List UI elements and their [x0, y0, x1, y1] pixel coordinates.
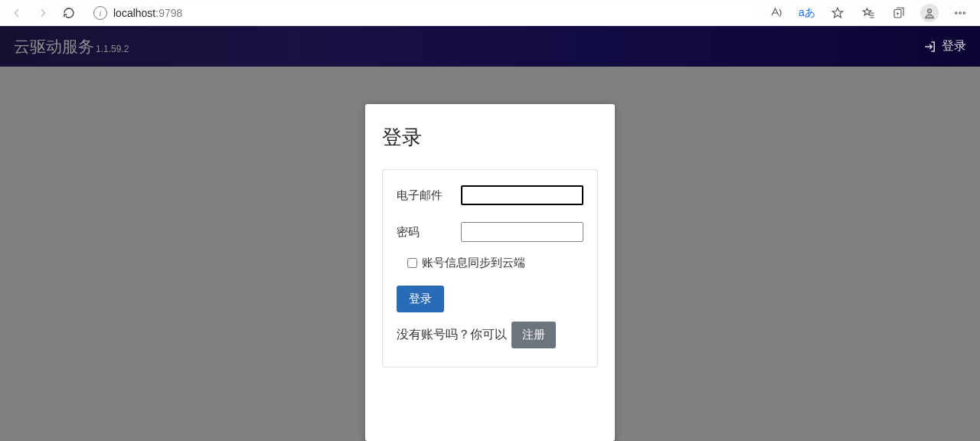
- svg-point-2: [956, 11, 957, 13]
- address-bar[interactable]: i localhost:9798: [87, 2, 755, 24]
- sync-row: 账号信息同步到云端: [407, 256, 583, 270]
- forward-button[interactable]: [31, 2, 55, 24]
- toolbar-right: aあ: [761, 2, 975, 24]
- login-form: 电子邮件 密码 账号信息同步到云端 登录 没有账号吗？你可以 注册: [382, 169, 598, 368]
- refresh-button[interactable]: [57, 2, 81, 24]
- login-card: 登录 电子邮件 密码 账号信息同步到云端 登录 没有账号吗？你可以 注册: [365, 104, 615, 441]
- collections-icon[interactable]: [884, 2, 914, 24]
- url-host: localhost: [113, 7, 155, 19]
- register-button[interactable]: 注册: [511, 322, 556, 348]
- url-port: :9798: [155, 7, 182, 19]
- favorites-star-icon[interactable]: [822, 2, 853, 24]
- password-field[interactable]: [461, 222, 583, 242]
- browser-toolbar: i localhost:9798 aあ: [0, 0, 980, 26]
- page-body: 登录 电子邮件 密码 账号信息同步到云端 登录 没有账号吗？你可以 注册: [0, 67, 980, 441]
- app-title: 云驱动服务 1.1.59.2: [14, 36, 129, 57]
- password-label: 密码: [397, 225, 420, 240]
- sync-label: 账号信息同步到云端: [422, 256, 525, 270]
- translate-label: aあ: [799, 6, 815, 20]
- site-info-icon[interactable]: i: [93, 6, 107, 20]
- profile-avatar[interactable]: [914, 2, 945, 24]
- app-version: 1.1.59.2: [96, 44, 129, 54]
- read-aloud-icon[interactable]: [761, 2, 792, 24]
- translate-icon[interactable]: aあ: [792, 2, 822, 24]
- login-card-title: 登录: [382, 124, 598, 151]
- svg-point-3: [959, 11, 961, 13]
- login-icon: [923, 40, 937, 54]
- more-menu-icon[interactable]: [945, 2, 975, 24]
- favorites-list-icon[interactable]: [853, 2, 884, 24]
- back-button[interactable]: [5, 2, 29, 24]
- url-text: localhost:9798: [113, 7, 182, 19]
- svg-point-4: [963, 11, 965, 13]
- password-row: 密码: [397, 222, 583, 242]
- header-login-link[interactable]: 登录: [923, 38, 966, 54]
- svg-point-1: [927, 8, 931, 12]
- login-button[interactable]: 登录: [397, 286, 444, 312]
- register-row: 没有账号吗？你可以 注册: [397, 322, 583, 348]
- sync-checkbox[interactable]: [407, 258, 417, 268]
- email-row: 电子邮件: [397, 185, 583, 205]
- no-account-text: 没有账号吗？你可以: [397, 327, 507, 343]
- header-login-label: 登录: [942, 38, 966, 54]
- app-header: 云驱动服务 1.1.59.2 登录: [0, 26, 980, 67]
- email-label: 电子邮件: [397, 188, 443, 203]
- email-field[interactable]: [461, 185, 583, 205]
- app-name: 云驱动服务: [14, 36, 94, 57]
